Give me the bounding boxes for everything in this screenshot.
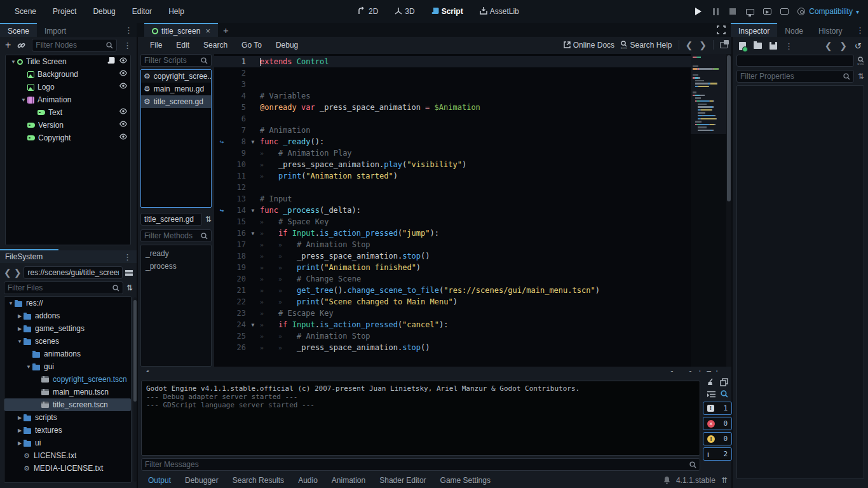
code-line-15[interactable]: 15»# Space Key <box>214 216 691 227</box>
new-resource-icon[interactable] <box>739 42 746 50</box>
expand-arrow-icon[interactable]: ▼ <box>20 97 27 103</box>
code-line-20[interactable]: 20»»# Change Scene <box>214 273 691 285</box>
scene-node-logo[interactable]: Logo <box>6 81 130 93</box>
file-row-main-menu-tscn[interactable]: main_menu.tscn <box>4 386 131 398</box>
scene-node-copyright[interactable]: Copyright <box>6 132 130 144</box>
code-line-18[interactable]: 18»»_press_space_animation.stop() <box>214 250 691 262</box>
bottom-tab-audio[interactable]: Audio <box>292 473 324 487</box>
instance-scene-icon[interactable] <box>17 41 25 50</box>
file-row-media-license-txt[interactable]: ⚙MEDIA-LICENSE.txt <box>4 462 131 475</box>
play-custom-scene-button[interactable] <box>778 6 790 17</box>
bottom-tab-animation[interactable]: Animation <box>325 473 372 487</box>
scene-node-animation[interactable]: ▼Animation <box>6 93 130 106</box>
view-3d-button[interactable]: 3D <box>390 4 419 19</box>
pause-button[interactable] <box>710 6 721 17</box>
code-editor[interactable]: 1extends Control234# Variables5@onready … <box>214 54 731 367</box>
visibility-eye-icon[interactable] <box>119 82 128 92</box>
view-assetlib-button[interactable]: AssetLib <box>475 4 524 19</box>
open-docs-icon[interactable]: DOC <box>858 57 864 65</box>
inspector-forward-icon[interactable]: ❯ <box>839 41 847 51</box>
dock-menu-icon[interactable]: ⋮ <box>125 25 133 35</box>
expand-arrow-icon[interactable]: ▼ <box>25 364 32 370</box>
filter-methods-input[interactable] <box>144 231 198 240</box>
online-docs-button[interactable]: Online Docs <box>564 41 614 50</box>
copy-output-icon[interactable] <box>720 378 728 386</box>
menu-project[interactable]: Project <box>47 4 82 18</box>
scene-node-version[interactable]: Version <box>6 119 130 132</box>
script-attached-icon[interactable] <box>107 57 115 66</box>
filter-files-input[interactable] <box>8 283 109 292</box>
scene-node-text[interactable]: Text <box>6 106 130 119</box>
stop-button[interactable] <box>727 6 738 17</box>
method-item-process[interactable]: _process <box>141 260 211 273</box>
script-history-forward-icon[interactable]: ❯ <box>699 40 707 50</box>
scene-node-title-screen[interactable]: ▼Title Screen <box>6 55 130 68</box>
file-row-license-txt[interactable]: ⚙LICENSE.txt <box>4 449 131 462</box>
fold-arrow-icon[interactable]: ▼ <box>246 139 260 145</box>
make-floating-icon[interactable] <box>720 42 728 48</box>
filter-scripts-input[interactable] <box>144 56 198 65</box>
code-line-1[interactable]: 1extends Control <box>214 56 691 67</box>
toggle-all-messages[interactable]: !1 <box>703 402 732 415</box>
toggle-error-messages[interactable]: ×0 <box>703 417 732 430</box>
file-row-textures[interactable]: ▶textures <box>4 424 131 437</box>
code-line-22[interactable]: 22»»print("Scene changed to Main Menu") <box>214 296 691 308</box>
nav-forward-icon[interactable]: ❯ <box>14 268 22 278</box>
fold-arrow-icon[interactable]: ▼ <box>246 208 260 214</box>
code-line-11[interactable]: 11»print("Animation started") <box>214 170 691 182</box>
bottom-tab-game-settings[interactable]: Game Settings <box>434 473 497 487</box>
tab-inspector[interactable]: Inspector <box>731 23 777 37</box>
file-row-gui[interactable]: ▼gui <box>4 360 131 373</box>
script-sort-icon[interactable]: ⇅ <box>205 215 212 224</box>
filesystem-menu-icon[interactable]: ⋮ <box>123 252 132 262</box>
code-line-5[interactable]: 5@onready var _press_space_animation = $… <box>214 102 691 113</box>
code-line-21[interactable]: 21»»get_tree().change_scene_to_file("res… <box>214 285 691 296</box>
code-line-12[interactable]: 12 <box>214 182 691 193</box>
split-mode-icon[interactable] <box>125 269 133 276</box>
code-line-8[interactable]: ↪8▼func _ready(): <box>214 136 691 147</box>
tab-node[interactable]: Node <box>777 23 811 37</box>
code-line-9[interactable]: 9»# Animation Play <box>214 147 691 159</box>
script-item-main-menu-gd[interactable]: ⚙main_menu.gd <box>141 83 211 95</box>
menu-editor[interactable]: Editor <box>126 4 158 18</box>
nav-back-icon[interactable]: ❮ <box>4 268 11 278</box>
path-input[interactable] <box>27 268 119 277</box>
inspector-back-icon[interactable]: ❮ <box>825 41 832 51</box>
update-bell-icon[interactable] <box>663 477 670 484</box>
code-line-13[interactable]: 13# Input <box>214 193 691 205</box>
file-row-game-settings[interactable]: ▶game_settings <box>4 322 131 335</box>
load-resource-icon[interactable] <box>754 43 762 49</box>
script-item-title-screen-gd[interactable]: ⚙title_screen.gd <box>141 95 211 108</box>
code-scrollbar[interactable] <box>726 54 731 367</box>
code-minimap[interactable] <box>691 54 726 367</box>
renderer-select[interactable]: Compatibility ▾ <box>805 4 863 19</box>
tab-import-dock[interactable]: Import <box>37 23 74 37</box>
code-line-10[interactable]: 10»_press_space_animation.play("visibili… <box>214 159 691 170</box>
inspector-history-icon[interactable]: ↺ <box>855 41 862 51</box>
bottom-tab-search-results[interactable]: Search Results <box>226 473 290 487</box>
file-row-title-screen-tscn[interactable]: title_screen.tscn <box>4 398 131 411</box>
menu-help[interactable]: Help <box>163 4 190 18</box>
expand-bottom-panel-icon[interactable]: ⇈ <box>721 476 728 485</box>
save-resource-icon[interactable] <box>770 42 777 50</box>
code-line-17[interactable]: 17»»# Animation Stop <box>214 239 691 250</box>
file-row-copyright-screen-tscn[interactable]: copyright_screen.tscn <box>4 373 131 386</box>
fold-arrow-icon[interactable]: ▼ <box>246 322 260 328</box>
inspector-tabs-menu-icon[interactable]: ⋮ <box>856 25 864 35</box>
script-history-back-icon[interactable]: ❮ <box>686 40 693 50</box>
filter-messages-input[interactable] <box>145 460 686 469</box>
script-menu-edit[interactable]: Edit <box>170 38 195 52</box>
code-line-16[interactable]: 16▼»if Input.is_action_pressed("jump"): <box>214 227 691 239</box>
expand-arrow-icon[interactable]: ▼ <box>10 59 17 65</box>
collapse-duplicates-icon[interactable] <box>707 390 715 398</box>
script-menu-search[interactable]: Search <box>198 38 233 52</box>
menu-debug[interactable]: Debug <box>87 4 121 18</box>
file-row-scenes[interactable]: ▼scenes <box>4 335 131 348</box>
file-sort-icon[interactable]: ⇅ <box>126 283 133 292</box>
visibility-eye-icon[interactable] <box>119 69 128 79</box>
new-scene-tab-button[interactable]: + <box>218 25 234 36</box>
filter-nodes-input[interactable] <box>36 41 103 50</box>
clear-output-icon[interactable] <box>707 378 715 386</box>
expand-arrow-icon[interactable]: ▶ <box>16 415 24 421</box>
method-item-ready[interactable]: _ready <box>141 247 211 260</box>
